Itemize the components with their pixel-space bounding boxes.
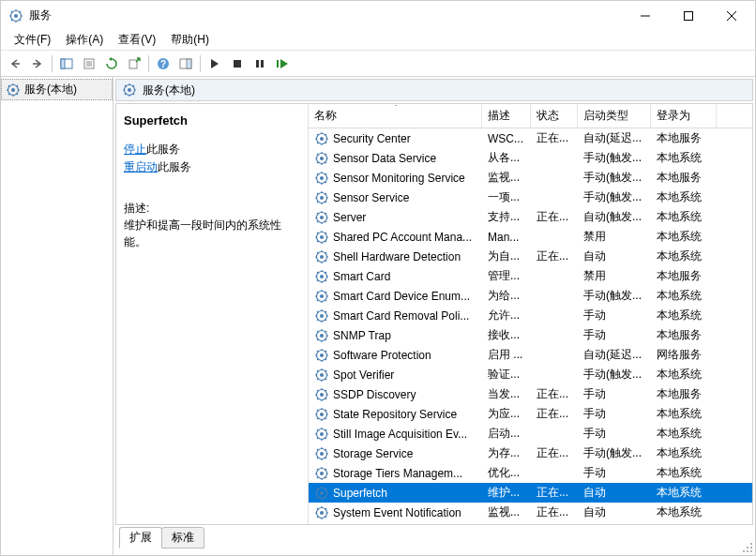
cell-start: 手动 [578,465,651,481]
cell-desc: 优化... [482,465,531,481]
tab-standard[interactable]: 标准 [161,527,204,548]
col-status[interactable]: 状态 [531,104,578,128]
detail-pane: Superfetch 停止此服务 重启动此服务 描述: 维护和提高一段时间内的系… [116,104,309,524]
stop-link[interactable]: 停止 [124,143,146,156]
cell-name: SSDP Discovery [309,387,482,402]
svg-rect-30 [277,60,279,68]
selected-service-name: Superfetch [124,113,300,128]
service-row[interactable]: Still Image Acquisition Ev...启动...手动本地系统 [309,424,752,443]
service-row[interactable]: Sensor Monitoring Service监视...手动(触发...本地… [309,168,752,188]
service-row[interactable]: Sensor Data Service从各...手动(触发...本地系统 [309,148,752,168]
service-row[interactable]: Security CenterWSC...正在...自动(延迟...本地服务 [309,128,752,148]
cell-logon: 本地系统 [651,367,717,383]
cell-desc: 启用 ... [482,347,531,363]
cell-status: 正在... [531,386,578,402]
app-icon [8,8,23,23]
list-rows[interactable]: Security CenterWSC...正在...自动(延迟...本地服务Se… [309,128,752,524]
start-button[interactable] [204,53,225,74]
cell-start: 自动(触发... [578,209,651,225]
properties-button[interactable] [79,53,99,74]
service-row[interactable]: Software Protection启用 ...自动(延迟...网络服务 [309,345,752,365]
cell-desc: 接收... [482,327,531,343]
restart-button[interactable] [272,53,293,74]
service-row[interactable]: Shared PC Account Mana...Man...禁用本地系统 [309,227,752,247]
cell-desc: 一项... [482,189,531,205]
cell-logon: 本地服务 [651,327,717,343]
cell-desc: 监视... [482,170,531,186]
col-desc[interactable]: 描述 [482,104,531,128]
menubar: 文件(F) 操作(A) 查看(V) 帮助(H) [1,30,755,51]
service-row[interactable]: Shell Hardware Detection为自...正在...自动本地系统 [309,247,752,266]
cell-start: 手动(触发... [578,150,651,166]
menu-view[interactable]: 查看(V) [111,30,163,50]
maximize-button[interactable] [667,2,710,30]
col-logon[interactable]: 登录为 [651,104,717,128]
cell-desc: 启动... [482,426,531,442]
tab-extended[interactable]: 扩展 [119,527,162,548]
forward-button[interactable] [27,53,48,74]
help-button[interactable]: ? [153,53,174,74]
service-row[interactable]: Storage Tiers Managem...优化...手动本地系统 [309,463,752,483]
cell-name: Shell Hardware Detection [309,249,482,264]
pane-header-label: 服务(本地) [143,83,195,98]
service-row[interactable]: State Repository Service为应...正在...手动本地系统 [309,404,752,424]
menu-file[interactable]: 文件(F) [7,30,58,50]
cell-desc: 监视... [482,504,531,520]
tree-root-label: 服务(本地) [24,82,77,98]
col-name[interactable]: 名称ˆ [309,104,482,128]
cell-name: Sensor Data Service [309,151,482,166]
back-button[interactable] [5,53,25,74]
svg-rect-33 [750,547,752,548]
cell-name: Server [309,210,482,225]
service-row[interactable]: SNMP Trap接收...手动本地服务 [309,325,752,345]
cell-start: 禁用 [578,229,651,245]
cell-status: 正在... [531,209,578,225]
cell-name: SNMP Trap [309,328,482,343]
menu-help[interactable]: 帮助(H) [163,30,217,50]
svg-rect-36 [750,550,752,552]
minimize-button[interactable] [624,2,667,30]
svg-rect-32 [747,547,748,548]
tree-root[interactable]: 服务(本地) [1,79,113,100]
cell-logon: 本地服务 [651,268,717,284]
service-row[interactable]: Superfetch维护...正在...自动本地系统 [309,483,752,503]
pane-header: 服务(本地) [115,79,753,101]
cell-start: 手动 [578,386,651,402]
cell-name: Storage Service [309,446,482,461]
list-header: 名称ˆ 描述 状态 启动类型 登录为 [309,104,752,128]
cell-start: 手动(触发... [578,189,651,205]
menu-action[interactable]: 操作(A) [58,30,111,50]
show-hide-button[interactable] [56,53,77,74]
refresh-button[interactable] [101,53,122,74]
pause-button[interactable] [249,53,270,74]
cell-desc: Man... [482,231,531,244]
cell-status: 正在... [531,445,578,461]
cell-status: 正在... [531,504,578,520]
service-row[interactable]: Smart Card Removal Poli...允许...手动本地系统 [309,306,752,325]
resize-grip[interactable] [741,541,754,554]
service-row[interactable]: Sensor Service一项...手动(触发...本地系统 [309,188,752,207]
service-row[interactable]: SSDP Discovery当发...正在...手动本地服务 [309,384,752,404]
cell-start: 手动 [578,406,651,422]
svg-rect-35 [747,550,748,552]
cell-logon: 本地系统 [651,288,717,304]
service-row[interactable]: Smart Card Device Enum...为给...手动(触发...本地… [309,286,752,306]
stop-button[interactable] [227,53,248,74]
cell-logon: 本地系统 [651,189,717,205]
service-row[interactable]: Storage Service为存...正在...手动(触发...本地系统 [309,443,752,463]
cell-name: Security Center [309,131,482,146]
action-pane-button[interactable] [175,53,196,74]
cell-logon: 本地系统 [651,465,717,481]
service-row[interactable]: Server支持...正在...自动(触发...本地系统 [309,207,752,227]
restart-link[interactable]: 重启动 [124,160,158,173]
cell-logon: 本地系统 [651,209,717,225]
nav-tree[interactable]: 服务(本地) [1,77,113,555]
cell-start: 自动(延迟... [578,130,651,146]
service-row[interactable]: Smart Card管理...禁用本地服务 [309,266,752,286]
col-start[interactable]: 启动类型 [578,104,651,128]
service-row[interactable]: System Event Notification监视...正在...自动本地系… [309,503,752,522]
close-button[interactable] [710,2,753,30]
export-button[interactable] [124,53,144,74]
cell-desc: 维护... [482,485,531,501]
service-row[interactable]: Spot Verifier验证...手动(触发...本地系统 [309,365,752,384]
